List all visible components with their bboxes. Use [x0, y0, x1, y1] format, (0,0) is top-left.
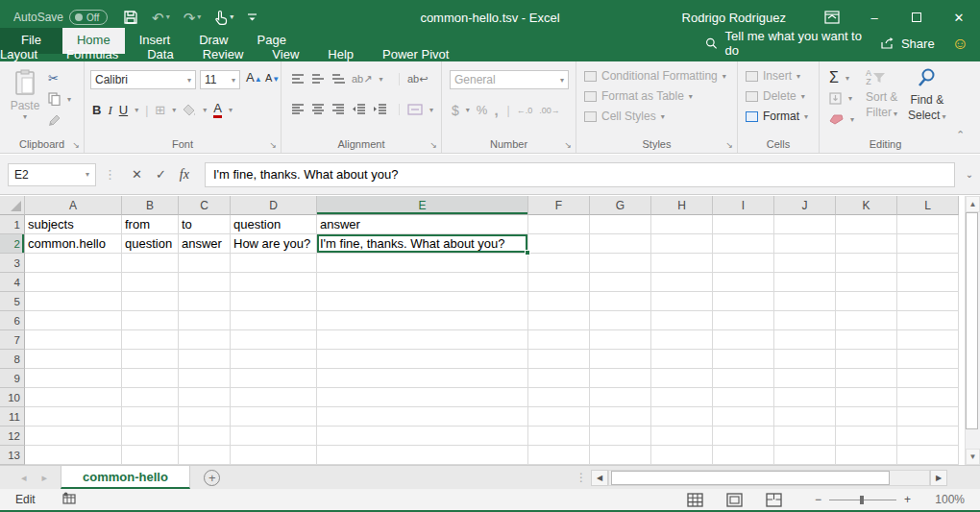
align-center-icon[interactable]: [311, 104, 325, 114]
font-color-button[interactable]: A: [213, 102, 222, 118]
cell-E8[interactable]: [317, 350, 528, 369]
format-as-table-button[interactable]: Format as Table▾: [584, 89, 737, 103]
cell-D6[interactable]: [231, 311, 317, 330]
column-header-E[interactable]: E: [317, 196, 528, 215]
cell-H6[interactable]: [651, 311, 713, 330]
cell-J4[interactable]: [774, 273, 836, 292]
cell-G3[interactable]: [590, 254, 651, 273]
cell-H2[interactable]: [651, 234, 713, 254]
cell-C2[interactable]: answer: [179, 234, 231, 254]
font-color-dropdown-icon[interactable]: ▾: [229, 106, 233, 114]
find-select-button[interactable]: Find & Select ▾: [908, 67, 946, 123]
number-format-select[interactable]: General ▾: [450, 70, 569, 89]
middle-align-icon[interactable]: [311, 74, 325, 85]
cell-K11[interactable]: [836, 407, 897, 427]
font-dialog-launcher-icon[interactable]: ↘: [269, 140, 277, 150]
fill-color-dropdown-icon[interactable]: ▾: [203, 106, 207, 114]
row-header-4[interactable]: 4: [0, 273, 25, 292]
cell-F2[interactable]: [528, 234, 590, 254]
cell-K6[interactable]: [836, 311, 897, 330]
name-box-dropdown-icon[interactable]: ▾: [86, 170, 89, 179]
column-header-A[interactable]: A: [25, 196, 122, 215]
fill-handle[interactable]: [525, 250, 530, 256]
cell-D10[interactable]: [231, 388, 317, 407]
cell-I11[interactable]: [713, 407, 774, 427]
cell-G13[interactable]: [590, 446, 651, 465]
zoom-track[interactable]: [829, 500, 896, 500]
cell-L1[interactable]: [897, 215, 959, 234]
delete-button[interactable]: Delete▾: [746, 89, 819, 103]
increase-font-size-button[interactable]: A▲: [246, 70, 262, 85]
cut-button[interactable]: ✂: [48, 71, 59, 85]
fill-down-icon[interactable]: [829, 92, 842, 105]
horizontal-scrollbar[interactable]: ◀ ▶: [591, 466, 951, 489]
number-dialog-launcher-icon[interactable]: ↘: [564, 140, 572, 150]
zoom-thumb[interactable]: [860, 496, 864, 504]
merge-center-icon[interactable]: [407, 104, 423, 115]
cell-I3[interactable]: [713, 254, 774, 273]
cell-C7[interactable]: [179, 330, 231, 350]
cell-D1[interactable]: question: [231, 215, 317, 234]
align-right-icon[interactable]: [331, 104, 345, 114]
cell-A8[interactable]: [25, 350, 122, 369]
cell-C1[interactable]: to: [179, 215, 231, 234]
expand-formula-bar-icon[interactable]: ⌄: [959, 169, 980, 180]
cell-C10[interactable]: [179, 388, 231, 407]
cell-K13[interactable]: [836, 446, 897, 465]
horizontal-scrollbar-track[interactable]: [608, 470, 930, 486]
cell-K12[interactable]: [836, 427, 897, 446]
scroll-left-icon[interactable]: ◀: [591, 470, 608, 486]
column-header-D[interactable]: D: [231, 196, 317, 215]
cell-E13[interactable]: [317, 446, 528, 465]
row-header-11[interactable]: 11: [0, 407, 25, 427]
zoom-slider[interactable]: − +: [815, 493, 911, 506]
cell-F10[interactable]: [528, 388, 590, 407]
share-button[interactable]: Share: [880, 37, 935, 51]
clipboard-dialog-launcher-icon[interactable]: ↘: [72, 140, 80, 150]
cell-E6[interactable]: [317, 311, 528, 330]
cell-I10[interactable]: [713, 388, 774, 407]
next-sheet-icon[interactable]: ▸: [42, 472, 48, 484]
cell-G5[interactable]: [590, 292, 651, 311]
wrap-text-icon[interactable]: ab↩: [407, 73, 428, 85]
clear-eraser-icon[interactable]: [829, 113, 844, 125]
cell-F9[interactable]: [528, 369, 590, 388]
row-header-3[interactable]: 3: [0, 254, 25, 273]
cell-A7[interactable]: [25, 330, 122, 350]
cell-H7[interactable]: [651, 330, 713, 350]
customize-qat-button[interactable]: [247, 12, 257, 23]
cell-K2[interactable]: [836, 234, 897, 254]
column-header-J[interactable]: J: [774, 196, 836, 215]
cell-F5[interactable]: [528, 292, 590, 311]
cell-J2[interactable]: [774, 234, 836, 254]
cell-D4[interactable]: [231, 273, 317, 292]
cell-F13[interactable]: [528, 446, 590, 465]
cell-F6[interactable]: [528, 311, 590, 330]
touch-mode-dropdown-icon[interactable]: ▾: [230, 13, 233, 21]
user-name[interactable]: Rodrigo Rodriguez: [682, 11, 786, 25]
cell-L5[interactable]: [897, 292, 959, 311]
column-header-G[interactable]: G: [590, 196, 651, 215]
cell-H9[interactable]: [651, 369, 713, 388]
cell-C13[interactable]: [179, 446, 231, 465]
cell-C9[interactable]: [179, 369, 231, 388]
cell-A2[interactable]: common.hello: [25, 234, 122, 254]
cell-I12[interactable]: [713, 427, 774, 446]
cell-L10[interactable]: [897, 388, 959, 407]
cell-styles-button[interactable]: Cell Styles▾: [584, 110, 737, 123]
cell-A6[interactable]: [25, 311, 122, 330]
conditional-formatting-button[interactable]: Conditional Formatting▾: [584, 69, 737, 83]
select-all-corner[interactable]: [0, 196, 25, 215]
cell-C3[interactable]: [179, 254, 231, 273]
cell-D3[interactable]: [231, 254, 317, 273]
cell-K8[interactable]: [836, 350, 897, 369]
cell-B4[interactable]: [122, 273, 179, 292]
cell-B12[interactable]: [122, 427, 179, 446]
cell-E7[interactable]: [317, 330, 528, 350]
cell-B6[interactable]: [122, 311, 179, 330]
cell-F4[interactable]: [528, 273, 590, 292]
increase-decimal-icon[interactable]: ←.0: [517, 106, 533, 115]
cell-E10[interactable]: [317, 388, 528, 407]
cell-H11[interactable]: [651, 407, 713, 427]
cell-B5[interactable]: [122, 292, 179, 311]
